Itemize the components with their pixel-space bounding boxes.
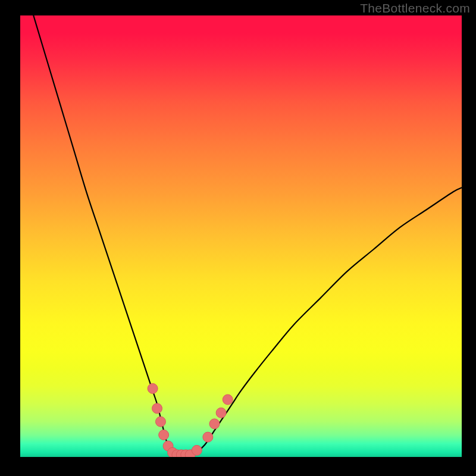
curve-marker — [155, 416, 165, 427]
curve-marker — [148, 383, 158, 393]
bottleneck-curve — [33, 15, 462, 457]
curve-marker — [152, 403, 162, 414]
plot-area — [20, 15, 462, 457]
curve-markers — [148, 383, 233, 457]
curve-layer — [20, 15, 462, 457]
curve-marker — [159, 430, 169, 440]
curve-marker — [209, 419, 220, 429]
curve-marker — [223, 394, 233, 405]
curve-marker — [192, 445, 202, 455]
chart-stage: TheBottleneck.com — [0, 0, 476, 476]
curve-marker — [216, 408, 226, 418]
watermark-text: TheBottleneck.com — [360, 1, 470, 15]
curve-marker — [203, 432, 213, 442]
